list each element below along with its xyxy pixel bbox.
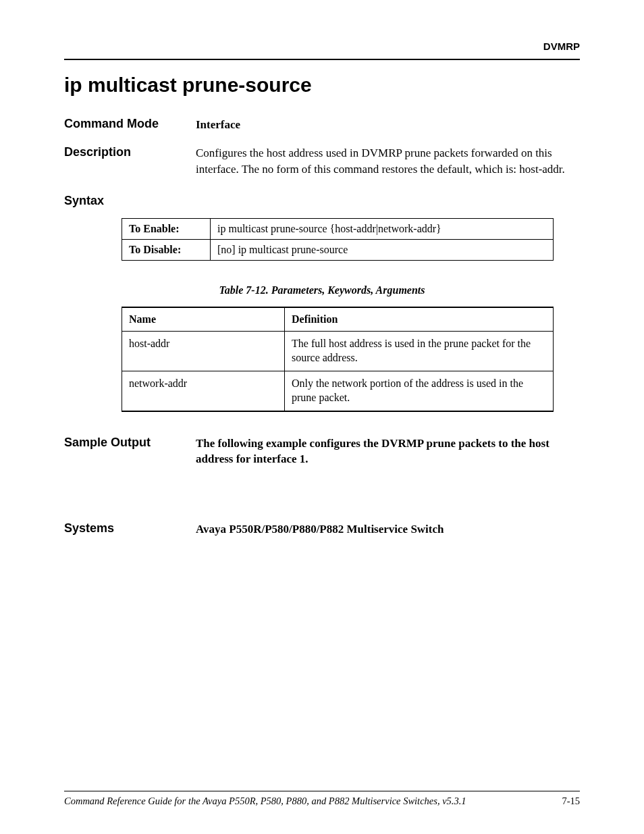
command-mode-row: Command Mode Interface (64, 117, 580, 133)
param-definition: The full host address is used in the pru… (285, 332, 554, 371)
syntax-row-label: To Enable: (122, 219, 211, 240)
systems-label: Systems (64, 521, 196, 536)
sample-output-row: Sample Output The following example conf… (64, 436, 580, 468)
table-header-row: Name Definition (122, 307, 554, 332)
header-rule (64, 59, 580, 60)
sample-output-text: The following example configures the DVR… (196, 436, 580, 468)
param-name: network-addr (122, 371, 285, 411)
header-section-label: DVMRP (64, 41, 580, 52)
syntax-label: Syntax (64, 194, 580, 208)
table-row: To Enable: ip multicast prune-source {ho… (122, 219, 554, 240)
table-row: network-addr Only the network portion of… (122, 371, 554, 411)
param-definition: Only the network portion of the address … (285, 371, 554, 411)
command-mode-value: Interface (196, 117, 580, 133)
description-text: Configures the host address used in DVMR… (196, 145, 580, 178)
page-title: ip multicast prune-source (64, 74, 580, 97)
params-table-caption: Table 7-12. Parameters, Keywords, Argume… (64, 284, 580, 296)
syntax-row-value: [no] ip multicast prune-source (211, 240, 554, 261)
syntax-row-label: To Disable: (122, 240, 211, 261)
description-row: Description Configures the host address … (64, 145, 580, 178)
description-label: Description (64, 145, 196, 159)
params-table: Name Definition host-addr The full host … (122, 307, 554, 411)
syntax-table: To Enable: ip multicast prune-source {ho… (122, 218, 554, 261)
params-header-name: Name (122, 307, 285, 332)
params-header-definition: Definition (285, 307, 554, 332)
sample-output-label: Sample Output (64, 436, 196, 450)
systems-row: Systems Avaya P550R/P580/P880/P882 Multi… (64, 521, 580, 538)
syntax-row-value: ip multicast prune-source {host-addr|net… (211, 219, 554, 240)
command-mode-label: Command Mode (64, 117, 196, 131)
table-row: host-addr The full host address is used … (122, 332, 554, 371)
param-name: host-addr (122, 332, 285, 371)
systems-text: Avaya P550R/P580/P880/P882 Multiservice … (196, 521, 580, 538)
table-row: To Disable: [no] ip multicast prune-sour… (122, 240, 554, 261)
